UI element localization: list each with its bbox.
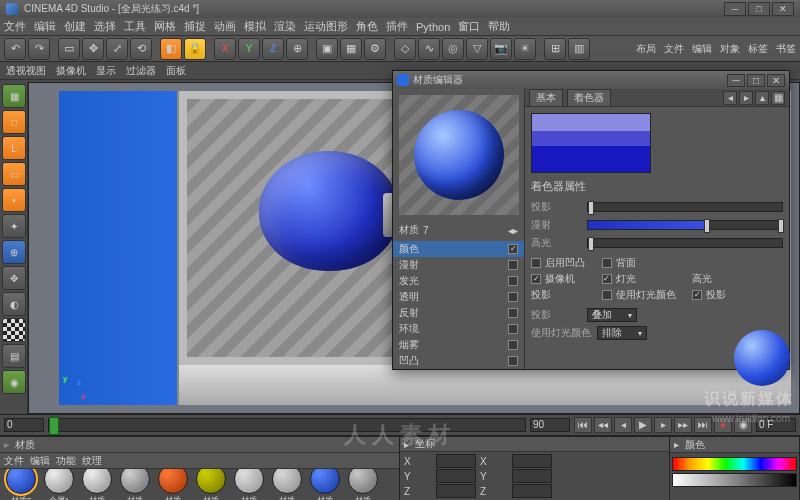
material-thumb-3[interactable]: 材质 [118,469,152,500]
shadow-checkbox[interactable] [692,290,702,300]
nav-up-button[interactable]: ▴ [755,91,769,105]
checker-button[interactable] [2,318,26,342]
backface-checkbox[interactable] [602,258,612,268]
rmenu-标签[interactable]: 标签 [748,42,768,56]
spec-slider[interactable] [587,238,783,248]
uselight-dropdown[interactable]: 排除 [597,326,647,340]
world-button[interactable]: ⊕ [2,240,26,264]
menu-捕捉[interactable]: 捕捉 [184,19,206,34]
material-thumb-5[interactable]: 材质 [194,469,228,500]
menu-角色[interactable]: 角色 [356,19,378,34]
size-x-input[interactable] [512,454,552,468]
maximize-button[interactable]: □ [748,2,770,16]
vpmenu-显示[interactable]: 显示 [96,64,116,78]
redo-button[interactable]: ↷ [28,38,50,60]
mattab-功能[interactable]: 功能 [56,454,76,468]
material-thumb-6[interactable]: 材质 [232,469,266,500]
coord-sys-button[interactable]: ⊕ [286,38,308,60]
next-key-button[interactable]: ▸▸ [674,417,692,433]
menu-帮助[interactable]: 帮助 [488,19,510,34]
menu-运动图形[interactable]: 运动图形 [304,19,348,34]
rmenu-编辑[interactable]: 编辑 [692,42,712,56]
rmenu-书签[interactable]: 书签 [776,42,796,56]
material-preview[interactable] [399,95,519,215]
soft-button[interactable]: ◐ [2,292,26,316]
channel-颜色[interactable]: 颜色 [393,241,524,257]
channel-漫射[interactable]: 漫射 [393,257,524,273]
dialog-titlebar[interactable]: 材质编辑器 ─ □ ✕ [393,71,789,89]
camera-checkbox[interactable] [531,274,541,284]
menu-渲染[interactable]: 渲染 [274,19,296,34]
channel-透明[interactable]: 透明 [393,289,524,305]
material-thumb-8[interactable]: 材质 [308,469,342,500]
nav-prev-button[interactable]: ◂ [723,91,737,105]
shadow-mode-dropdown[interactable]: 叠加 [587,308,637,322]
misc-button[interactable]: ▥ [568,38,590,60]
close-button[interactable]: ✕ [772,2,794,16]
primitive-button[interactable]: ◇ [394,38,416,60]
channel-反射[interactable]: 反射 [393,305,524,321]
size-z-input[interactable] [512,484,552,498]
tex-button[interactable]: ◉ [2,370,26,394]
diffuse-slider[interactable] [587,220,783,230]
deformer-button[interactable]: ▽ [466,38,488,60]
light-checkbox[interactable] [602,274,612,284]
nav-next-button[interactable]: ▸ [739,91,753,105]
render-pv-button[interactable]: ▦ [340,38,362,60]
timeline-start-input[interactable]: 0 [4,418,44,432]
channel-环境[interactable]: 环境 [393,321,524,337]
shadow-slider[interactable] [587,202,783,212]
rotate-tool[interactable]: ⟲ [130,38,152,60]
next-frame-button[interactable]: ▸ [654,417,672,433]
menu-工具[interactable]: 工具 [124,19,146,34]
point-button[interactable]: • [2,188,26,212]
snap-button[interactable]: ✥ [2,266,26,290]
axis-button[interactable]: ✦ [2,214,26,238]
size-y-input[interactable] [512,469,552,483]
tab-basic[interactable]: 基本 [529,89,563,107]
vpmenu-面板[interactable]: 面板 [166,64,186,78]
pos-z-input[interactable] [436,484,476,498]
channel-漫射-checkbox[interactable] [508,260,518,270]
channel-颜色-checkbox[interactable] [508,244,518,254]
live-select-button[interactable]: ▦ [2,84,26,108]
gradient-preview[interactable] [531,113,651,173]
material-thumb-2[interactable]: 材质 [80,469,114,500]
axis-x-button[interactable]: X [214,38,236,60]
menu-模拟[interactable]: 模拟 [244,19,266,34]
menu-插件[interactable]: 插件 [386,19,408,34]
menu-动画[interactable]: 动画 [214,19,236,34]
menu-窗口[interactable]: 窗口 [458,19,480,34]
timeline-playhead[interactable] [49,417,59,435]
material-thumb-4[interactable]: 材质 [156,469,190,500]
axis-z-button[interactable]: Z [262,38,284,60]
goto-end-button[interactable]: ⏭ [694,417,712,433]
rmenu-文件[interactable]: 文件 [664,42,684,56]
mattab-编辑[interactable]: 编辑 [30,454,50,468]
poly-button[interactable]: ▭ [2,162,26,186]
generator-button[interactable]: ◎ [442,38,464,60]
rmenu-对象[interactable]: 对象 [720,42,740,56]
menu-网格[interactable]: 网格 [154,19,176,34]
grid-button[interactable]: ⊞ [544,38,566,60]
material-thumb-7[interactable]: 材质 [270,469,304,500]
vpmenu-摄像机[interactable]: 摄像机 [56,64,86,78]
recent-tool[interactable]: ◧ [160,38,182,60]
channel-发光-checkbox[interactable] [508,276,518,286]
axis-y-button[interactable]: Y [238,38,260,60]
material-thumb-9[interactable]: 材质 [346,469,380,500]
channel-反射-checkbox[interactable] [508,308,518,318]
move-tool[interactable]: ✥ [82,38,104,60]
menu-Python[interactable]: Python [416,21,450,33]
mattab-纹理[interactable]: 纹理 [82,454,102,468]
goto-start-button[interactable]: ⏮ [574,417,592,433]
vpmenu-过滤器[interactable]: 过滤器 [126,64,156,78]
vpmenu-透视视图[interactable]: 透视视图 [6,64,46,78]
scale-tool[interactable]: ⤢ [106,38,128,60]
channel-发光[interactable]: 发光 [393,273,524,289]
pos-x-input[interactable] [436,454,476,468]
channel-凹凸-checkbox[interactable] [508,356,518,366]
hue-slider[interactable] [672,457,797,471]
camera-button[interactable]: 📷 [490,38,512,60]
prev-frame-button[interactable]: ◂ [614,417,632,433]
